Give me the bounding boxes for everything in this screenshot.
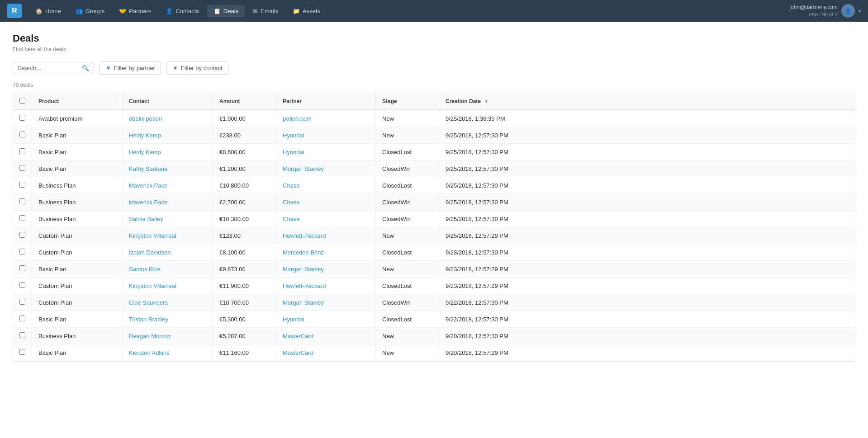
row-checkbox[interactable] — [19, 132, 25, 137]
cell-contact[interactable]: Cloe Saunders — [123, 294, 213, 311]
select-all-checkbox[interactable] — [19, 98, 25, 104]
row-checkbox-cell[interactable] — [13, 211, 32, 227]
contact-link[interactable]: Izaiah Davidson — [129, 249, 171, 256]
cell-partner[interactable]: MasterCard — [276, 344, 376, 361]
contact-link[interactable]: Kingston Villarreal — [129, 232, 176, 239]
partner-link[interactable]: Morgan Stanley — [283, 266, 324, 273]
contact-link[interactable]: Maverick Pace — [129, 199, 167, 206]
partner-link[interactable]: Mercedes-Benz — [283, 249, 324, 256]
row-checkbox[interactable] — [19, 148, 25, 154]
cell-partner[interactable]: Morgan Stanley — [276, 160, 376, 177]
contact-link[interactable]: Salma Bailey — [129, 216, 163, 222]
row-checkbox[interactable] — [19, 198, 25, 204]
col-header-creation-date[interactable]: Creation Date ▼ — [439, 93, 855, 110]
cell-contact[interactable]: Maverick Pace — [123, 194, 213, 211]
cell-partner[interactable]: MasterCard — [276, 328, 376, 344]
cell-partner[interactable]: Hyundai — [276, 144, 376, 160]
row-checkbox[interactable] — [19, 115, 25, 121]
cell-contact[interactable]: obelix potion — [123, 110, 213, 127]
cell-partner[interactable]: Chase — [276, 211, 376, 227]
partner-link[interactable]: Morgan Stanley — [283, 299, 324, 306]
partner-link[interactable]: Hyundai — [283, 132, 304, 139]
row-checkbox-cell[interactable] — [13, 311, 32, 328]
cell-partner[interactable]: Hyundai — [276, 311, 376, 328]
row-checkbox-cell[interactable] — [13, 344, 32, 361]
cell-contact[interactable]: Santos Rice — [123, 261, 213, 278]
row-checkbox[interactable] — [19, 316, 25, 321]
cell-partner[interactable]: Hewlett-Packard — [276, 227, 376, 244]
row-checkbox-cell[interactable] — [13, 127, 32, 144]
search-input[interactable] — [18, 65, 79, 71]
cell-contact[interactable]: Kingston Villarreal — [123, 278, 213, 294]
contact-link[interactable]: Triston Bradley — [129, 316, 168, 323]
cell-partner[interactable]: Chase — [276, 194, 376, 211]
row-checkbox[interactable] — [19, 349, 25, 355]
partner-link[interactable]: Hyundai — [283, 149, 304, 155]
avatar[interactable]: 👤 — [841, 4, 855, 18]
contact-link[interactable]: Cloe Saunders — [129, 299, 168, 306]
row-checkbox-cell[interactable] — [13, 328, 32, 344]
filter-by-contact-button[interactable]: ▼ Filter by contact — [166, 61, 228, 75]
row-checkbox-cell[interactable] — [13, 160, 32, 177]
cell-contact[interactable]: Salma Bailey — [123, 211, 213, 227]
row-checkbox[interactable] — [19, 265, 25, 271]
cell-contact[interactable]: Kathy Santana — [123, 160, 213, 177]
row-checkbox-cell[interactable] — [13, 294, 32, 311]
cell-contact[interactable]: Kiersten Adkins — [123, 344, 213, 361]
cell-contact[interactable]: Heidy Kemp — [123, 144, 213, 160]
row-checkbox[interactable] — [19, 249, 25, 254]
cell-contact[interactable]: Izaiah Davidson — [123, 244, 213, 261]
contact-link[interactable]: Heidy Kemp — [129, 149, 161, 155]
partner-link[interactable]: Chase — [283, 216, 300, 222]
partner-link[interactable]: potion.com — [283, 115, 312, 122]
row-checkbox-cell[interactable] — [13, 261, 32, 278]
partner-link[interactable]: Hyundai — [283, 316, 304, 323]
partner-link[interactable]: Hewlett-Packard — [283, 232, 326, 239]
row-checkbox[interactable] — [19, 182, 25, 188]
partner-link[interactable]: Chase — [283, 182, 300, 189]
row-checkbox[interactable] — [19, 165, 25, 171]
cell-contact[interactable]: Triston Bradley — [123, 311, 213, 328]
cell-contact[interactable]: Maverick Pace — [123, 177, 213, 194]
nav-link-partners[interactable]: 🤝Partners — [113, 5, 157, 17]
partner-link[interactable]: Hewlett-Packard — [283, 283, 326, 289]
contact-link[interactable]: Kathy Santana — [129, 165, 167, 172]
partner-link[interactable]: Chase — [283, 199, 300, 206]
row-checkbox-cell[interactable] — [13, 194, 32, 211]
cell-partner[interactable]: potion.com — [276, 110, 376, 127]
user-menu[interactable]: john@partnerly.com PARTNERLY 👤 ▾ — [789, 4, 861, 18]
row-checkbox[interactable] — [19, 282, 25, 288]
contact-link[interactable]: Reagan Morrow — [129, 333, 171, 339]
contact-link[interactable]: obelix potion — [129, 115, 162, 122]
partner-link[interactable]: MasterCard — [283, 333, 313, 339]
select-all-header[interactable] — [13, 93, 32, 110]
contact-link[interactable]: Kingston Villarreal — [129, 283, 176, 289]
row-checkbox[interactable] — [19, 332, 25, 338]
row-checkbox-cell[interactable] — [13, 110, 32, 127]
nav-link-deals[interactable]: 📋Deals — [207, 5, 245, 17]
nav-link-groups[interactable]: 👥Groups — [69, 5, 111, 17]
cell-partner[interactable]: Morgan Stanley — [276, 294, 376, 311]
search-box[interactable]: 🔍 — [13, 62, 94, 74]
cell-partner[interactable]: Hyundai — [276, 127, 376, 144]
row-checkbox[interactable] — [19, 299, 25, 305]
row-checkbox[interactable] — [19, 232, 25, 238]
contact-link[interactable]: Kiersten Adkins — [129, 349, 170, 356]
row-checkbox-cell[interactable] — [13, 278, 32, 294]
cell-contact[interactable]: Reagan Morrow — [123, 328, 213, 344]
contact-link[interactable]: Heidy Kemp — [129, 132, 161, 139]
cell-contact[interactable]: Kingston Villarreal — [123, 227, 213, 244]
nav-link-home[interactable]: 🏠Home — [29, 5, 67, 17]
row-checkbox[interactable] — [19, 215, 25, 221]
row-checkbox-cell[interactable] — [13, 177, 32, 194]
partner-link[interactable]: Morgan Stanley — [283, 165, 324, 172]
cell-contact[interactable]: Heidy Kemp — [123, 127, 213, 144]
contact-link[interactable]: Maverick Pace — [129, 182, 167, 189]
row-checkbox-cell[interactable] — [13, 227, 32, 244]
row-checkbox-cell[interactable] — [13, 144, 32, 160]
filter-by-partner-button[interactable]: ▼ Filter by partner — [100, 61, 161, 75]
nav-link-emails[interactable]: ✉Emails — [247, 5, 285, 17]
nav-link-contacts[interactable]: 👤Contacts — [159, 5, 205, 17]
cell-partner[interactable]: Mercedes-Benz — [276, 244, 376, 261]
contact-link[interactable]: Santos Rice — [129, 266, 161, 273]
